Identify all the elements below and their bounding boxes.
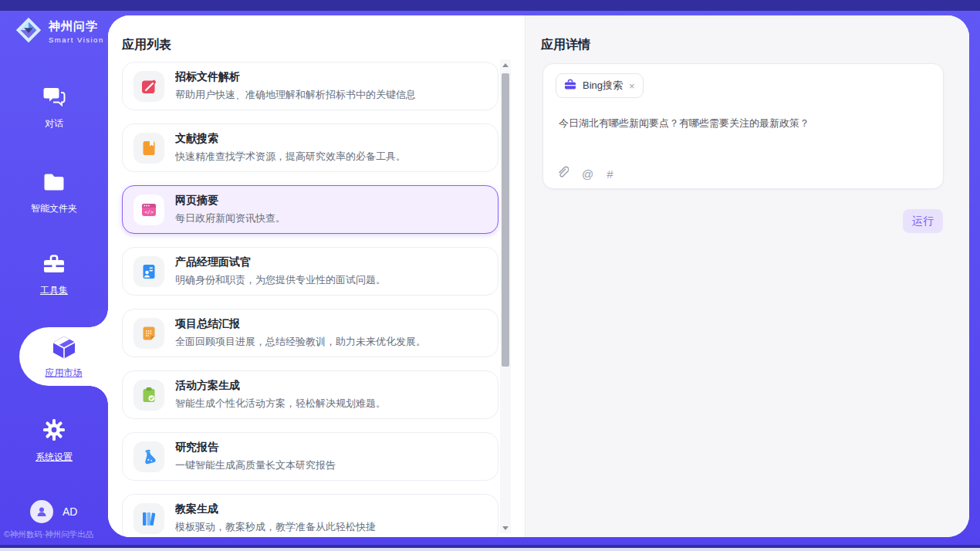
toolbox-icon bbox=[42, 253, 66, 278]
sidebar: 神州问学 Smart Vision 对话 智能文件夹 bbox=[0, 11, 108, 545]
sidebar-item-label: 应用市场 bbox=[46, 367, 83, 380]
sidebar-item-settings[interactable]: 系统设置 bbox=[0, 418, 108, 464]
list-item-project-summary[interactable]: 项目总结汇报 全面回顾项目进展，总结经验教训，助力未来优化发展。 bbox=[122, 309, 498, 357]
brand-name: 神州问学 bbox=[49, 19, 104, 34]
avatar-person-icon bbox=[35, 505, 48, 518]
list-item-bid-analysis[interactable]: 招标文件解析 帮助用户快速、准确地理解和解析招标书中的关键信息 bbox=[122, 62, 498, 110]
cube-icon bbox=[51, 334, 77, 363]
chip-close-icon[interactable]: × bbox=[629, 81, 635, 91]
app-desc: 快速精准查找学术资源，提高研究效率的必备工具。 bbox=[175, 150, 406, 164]
bottom-edge-strip bbox=[0, 548, 980, 551]
pen-square-icon bbox=[133, 71, 164, 102]
app-name: 教案生成 bbox=[175, 502, 376, 516]
sidebar-item-label: 工具集 bbox=[40, 284, 68, 297]
app-detail-panel: 应用详情 Bing搜索 × 今日湖北有哪些新闻要点？有哪些需要关注的最新政策？ bbox=[525, 15, 969, 537]
list-item-literature-search[interactable]: 文献搜索 快速精准查找学术资源，提高研究效率的必备工具。 bbox=[122, 123, 498, 172]
app-list: 招标文件解析 帮助用户快速、准确地理解和解析招标书中的关键信息 文献搜索 快速精… bbox=[122, 62, 498, 537]
tool-chip-label: Bing搜索 bbox=[583, 79, 623, 93]
gear-icon bbox=[42, 418, 66, 445]
sidebar-item-label: 对话 bbox=[45, 117, 63, 130]
note-icon bbox=[133, 318, 164, 349]
app-name: 活动方案生成 bbox=[175, 379, 386, 393]
list-item-lesson-plan[interactable]: 教案生成 模板驱动，教案秒成，教学准备从此轻松快捷 bbox=[122, 494, 498, 537]
app-list-panel: 应用列表 招标文件解析 帮助用户快速、准确地理解和解析招标书中的关键信息 bbox=[108, 15, 525, 537]
sidebar-active-bubble: 应用市场 bbox=[19, 327, 108, 386]
app-name: 研究报告 bbox=[175, 441, 336, 455]
app-desc: 全面回顾项目进展，总结经验教训，助力未来优化发展。 bbox=[175, 335, 426, 349]
app-name: 产品经理面试官 bbox=[175, 255, 386, 269]
brand-logo: 神州问学 Smart Vision bbox=[14, 15, 104, 48]
list-scrollbar[interactable] bbox=[500, 59, 511, 533]
app-desc: 智能生成个性化活动方案，轻松解决规划难题。 bbox=[175, 397, 386, 411]
list-item-web-summary[interactable]: </> 网页摘要 每日政府新闻资讯快查。 bbox=[122, 185, 498, 234]
app-name: 项目总结汇报 bbox=[175, 317, 426, 331]
sidebar-item-app-market[interactable]: 应用市场 bbox=[19, 327, 108, 386]
sidebar-item-chat[interactable]: 对话 bbox=[0, 85, 108, 130]
user-profile[interactable]: AD bbox=[30, 500, 77, 523]
app-name: 文献搜索 bbox=[175, 132, 406, 146]
svg-text:</>: </> bbox=[144, 209, 154, 215]
app-list-title: 应用列表 bbox=[122, 37, 171, 53]
avatar bbox=[30, 500, 53, 523]
brand-diamond-icon bbox=[14, 15, 43, 48]
list-item-event-plan[interactable]: 活动方案生成 智能生成个性化活动方案，轻松解决规划难题。 bbox=[122, 370, 498, 419]
app-name: 招标文件解析 bbox=[175, 70, 416, 84]
sidebar-item-label: 智能文件夹 bbox=[31, 202, 77, 215]
briefcase-icon bbox=[564, 79, 576, 93]
chat-icon bbox=[42, 85, 66, 111]
sidebar-item-smart-folder[interactable]: 智能文件夹 bbox=[0, 171, 108, 215]
clipboard-check-icon bbox=[133, 380, 164, 411]
user-name: AD bbox=[63, 505, 77, 518]
flask-icon bbox=[133, 441, 164, 472]
input-toolbar: @ # bbox=[557, 166, 613, 181]
list-item-research-report[interactable]: 研究报告 一键智能生成高质量长文本研究报告 bbox=[122, 432, 498, 481]
browser-code-icon: </> bbox=[133, 194, 164, 225]
sidebar-item-label: 系统设置 bbox=[35, 451, 73, 464]
app-desc: 一键智能生成高质量长文本研究报告 bbox=[175, 458, 336, 472]
mention-icon[interactable]: @ bbox=[582, 167, 593, 181]
app-window: 神州问学 Smart Vision 对话 智能文件夹 bbox=[0, 0, 980, 551]
list-item-pm-interviewer[interactable]: 产品经理面试官 明确身份和职责，为您提供专业性的面试问题。 bbox=[122, 247, 498, 296]
books-icon bbox=[133, 503, 164, 534]
hash-icon[interactable]: # bbox=[607, 167, 613, 181]
app-desc: 明确身份和职责，为您提供专业性的面试问题。 bbox=[175, 273, 386, 287]
sidebar-item-toolset[interactable]: 工具集 bbox=[0, 253, 108, 297]
paperclip-icon[interactable] bbox=[557, 166, 569, 181]
run-button[interactable]: 运行 bbox=[903, 209, 943, 233]
app-desc: 每日政府新闻资讯快查。 bbox=[175, 211, 286, 225]
tool-chip-bing-search[interactable]: Bing搜索 × bbox=[556, 73, 644, 98]
book-icon bbox=[133, 133, 164, 164]
scrollbar-thumb[interactable] bbox=[502, 73, 509, 367]
prompt-input-card: Bing搜索 × 今日湖北有哪些新闻要点？有哪些需要关注的最新政策？ @ # bbox=[542, 63, 944, 189]
app-detail-title: 应用详情 bbox=[541, 37, 590, 53]
app-desc: 帮助用户快速、准确地理解和解析招标书中的关键信息 bbox=[175, 88, 416, 102]
main-content: 应用列表 招标文件解析 帮助用户快速、准确地理解和解析招标书中的关键信息 bbox=[108, 15, 969, 537]
app-desc: 模板驱动，教案秒成，教学准备从此轻松快捷 bbox=[175, 520, 376, 534]
scrollbar-down-arrow-icon[interactable] bbox=[500, 522, 511, 533]
app-name: 网页摘要 bbox=[175, 194, 286, 208]
scrollbar-up-arrow-icon[interactable] bbox=[500, 59, 511, 70]
copyright-text: ©神州数码·神州问学出品 bbox=[4, 529, 108, 540]
folder-icon bbox=[42, 171, 66, 196]
prompt-text-input[interactable]: 今日湖北有哪些新闻要点？有哪些需要关注的最新政策？ bbox=[559, 117, 929, 130]
brand-subtitle: Smart Vision bbox=[49, 35, 104, 44]
person-doc-icon bbox=[133, 256, 164, 287]
